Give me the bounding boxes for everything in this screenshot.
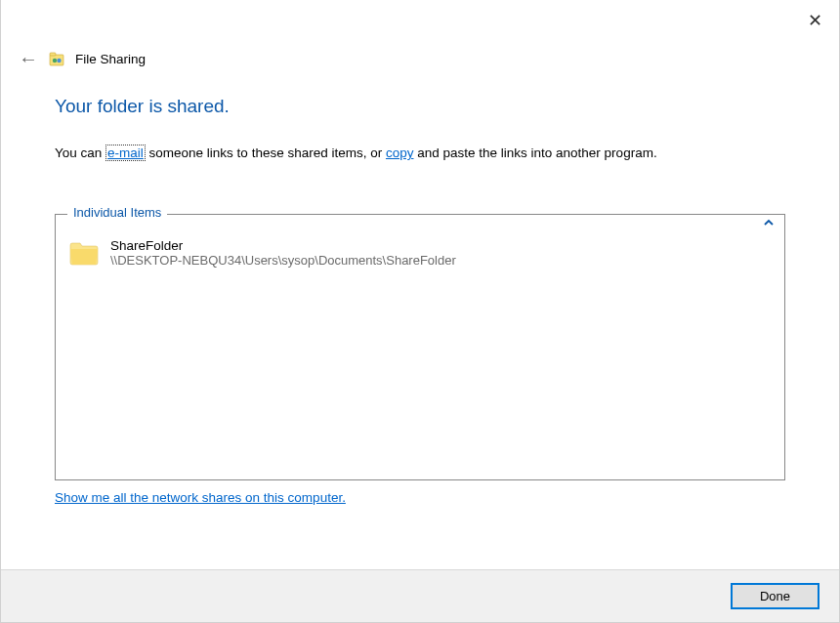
svg-rect-1	[50, 53, 56, 56]
file-sharing-icon	[48, 50, 65, 67]
individual-items-frame: Individual Items ShareFolder \\DESKTOP-N…	[55, 214, 785, 480]
items-legend: Individual Items	[67, 205, 167, 220]
desc-prefix: You can	[55, 145, 105, 160]
close-icon[interactable]: ✕	[808, 12, 822, 29]
item-path: \\DESKTOP-NEBQU34\Users\sysop\Documents\…	[110, 253, 456, 268]
back-arrow-icon[interactable]: ←	[19, 49, 38, 68]
network-shares-link[interactable]: Show me all the network shares on this c…	[55, 490, 346, 505]
desc-suffix: and paste the links into another program…	[413, 145, 656, 160]
shared-item-row[interactable]: ShareFolder \\DESKTOP-NEBQU34\Users\syso…	[69, 236, 771, 270]
svg-point-3	[57, 59, 61, 62]
done-button[interactable]: Done	[731, 583, 819, 609]
copy-link[interactable]: copy	[386, 145, 414, 160]
collapse-chevron-icon[interactable]	[763, 217, 775, 230]
description-text: You can e-mail someone links to these sh…	[55, 145, 785, 163]
dialog-footer: Done	[1, 569, 839, 622]
svg-point-2	[53, 59, 57, 62]
window-title: File Sharing	[75, 52, 146, 66]
page-heading: Your folder is shared.	[55, 96, 785, 117]
desc-mid1: someone links to these shared items, or	[146, 145, 386, 160]
item-name: ShareFolder	[110, 238, 456, 253]
email-link[interactable]: e-mail	[105, 145, 146, 161]
folder-icon	[69, 240, 99, 266]
